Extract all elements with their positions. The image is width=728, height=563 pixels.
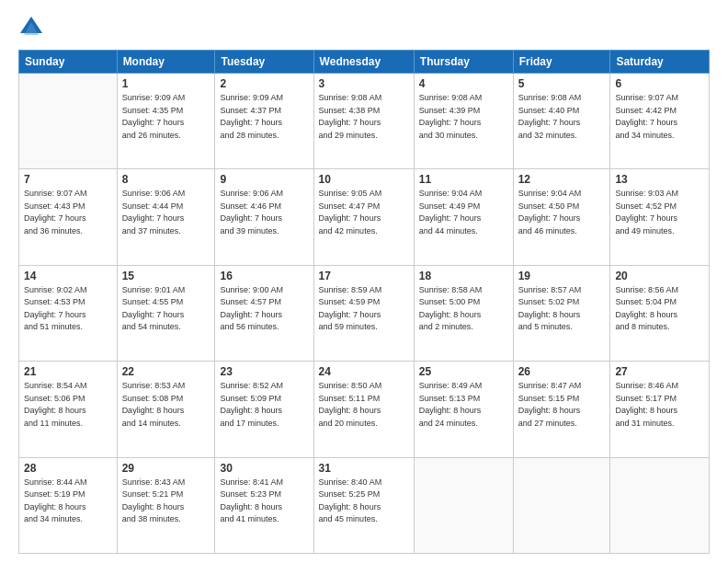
day-number: 13 [615,173,704,186]
day-number: 3 [319,77,409,90]
day-info: Sunrise: 8:56 AM Sunset: 5:04 PM Dayligh… [615,284,704,334]
day-number: 19 [518,270,606,282]
calendar-cell [414,457,513,553]
day-number: 15 [122,270,210,282]
calendar-cell: 5Sunrise: 9:08 AM Sunset: 4:40 PM Daylig… [513,74,610,169]
day-info: Sunrise: 8:52 AM Sunset: 5:09 PM Dayligh… [220,380,308,430]
calendar-cell: 27Sunrise: 8:46 AM Sunset: 5:17 PM Dayli… [610,362,710,457]
day-info: Sunrise: 9:03 AM Sunset: 4:52 PM Dayligh… [615,188,704,237]
day-number: 8 [122,173,210,186]
day-info: Sunrise: 8:49 AM Sunset: 5:13 PM Dayligh… [419,380,508,430]
day-number: 1 [122,77,210,90]
day-info: Sunrise: 8:57 AM Sunset: 5:02 PM Dayligh… [518,284,606,334]
day-number: 20 [615,270,704,282]
day-number: 24 [319,365,409,378]
calendar-cell: 22Sunrise: 8:53 AM Sunset: 5:08 PM Dayli… [117,362,215,457]
calendar-header-row: SundayMondayTuesdayWednesdayThursdayFrid… [19,51,710,74]
day-number: 16 [220,270,308,282]
calendar-cell: 15Sunrise: 9:01 AM Sunset: 4:55 PM Dayli… [117,265,215,361]
day-info: Sunrise: 9:02 AM Sunset: 4:53 PM Dayligh… [24,284,112,334]
day-header-thursday: Thursday [414,51,513,74]
calendar-cell: 11Sunrise: 9:04 AM Sunset: 4:49 PM Dayli… [414,169,513,265]
day-info: Sunrise: 8:54 AM Sunset: 5:06 PM Dayligh… [24,380,112,430]
day-info: Sunrise: 8:59 AM Sunset: 4:59 PM Dayligh… [319,284,409,334]
day-number: 9 [220,173,308,186]
day-number: 28 [24,462,112,475]
calendar-week-1: 7Sunrise: 9:07 AM Sunset: 4:43 PM Daylig… [19,169,710,265]
calendar-cell: 9Sunrise: 9:06 AM Sunset: 4:46 PM Daylig… [215,169,313,265]
calendar-cell: 14Sunrise: 9:02 AM Sunset: 4:53 PM Dayli… [19,265,118,361]
day-number: 23 [220,365,308,378]
calendar-week-3: 21Sunrise: 8:54 AM Sunset: 5:06 PM Dayli… [19,362,710,457]
day-number: 27 [615,365,704,378]
calendar-cell: 20Sunrise: 8:56 AM Sunset: 5:04 PM Dayli… [610,265,710,361]
page: SundayMondayTuesdayWednesdayThursdayFrid… [0,0,728,563]
calendar-cell: 18Sunrise: 8:58 AM Sunset: 5:00 PM Dayli… [414,265,513,361]
day-number: 14 [24,270,112,282]
calendar-cell: 2Sunrise: 9:09 AM Sunset: 4:37 PM Daylig… [215,74,313,169]
day-info: Sunrise: 9:04 AM Sunset: 4:49 PM Dayligh… [419,188,508,237]
calendar-week-4: 28Sunrise: 8:44 AM Sunset: 5:19 PM Dayli… [19,457,710,553]
day-number: 30 [220,462,308,475]
day-info: Sunrise: 8:47 AM Sunset: 5:15 PM Dayligh… [518,380,606,430]
calendar-cell: 28Sunrise: 8:44 AM Sunset: 5:19 PM Dayli… [19,457,118,553]
calendar-cell: 21Sunrise: 8:54 AM Sunset: 5:06 PM Dayli… [19,362,118,457]
day-number: 29 [122,462,210,475]
calendar-cell: 16Sunrise: 9:00 AM Sunset: 4:57 PM Dayli… [215,265,313,361]
day-info: Sunrise: 9:07 AM Sunset: 4:42 PM Dayligh… [615,92,704,142]
day-number: 4 [419,77,508,90]
day-info: Sunrise: 9:06 AM Sunset: 4:44 PM Dayligh… [122,188,210,237]
day-info: Sunrise: 8:50 AM Sunset: 5:11 PM Dayligh… [319,380,409,430]
header [18,15,710,40]
calendar-week-2: 14Sunrise: 9:02 AM Sunset: 4:53 PM Dayli… [19,265,710,361]
day-info: Sunrise: 9:08 AM Sunset: 4:39 PM Dayligh… [419,92,508,142]
calendar-cell: 6Sunrise: 9:07 AM Sunset: 4:42 PM Daylig… [610,74,710,169]
calendar-cell: 4Sunrise: 9:08 AM Sunset: 4:39 PM Daylig… [414,74,513,169]
day-header-sunday: Sunday [19,51,118,74]
day-info: Sunrise: 9:04 AM Sunset: 4:50 PM Dayligh… [518,188,606,237]
day-info: Sunrise: 9:08 AM Sunset: 4:40 PM Dayligh… [518,92,606,142]
calendar-cell [513,457,610,553]
day-number: 17 [319,270,409,282]
logo-icon [18,15,44,40]
day-header-tuesday: Tuesday [215,51,313,74]
day-info: Sunrise: 8:58 AM Sunset: 5:00 PM Dayligh… [419,284,508,334]
calendar-cell: 12Sunrise: 9:04 AM Sunset: 4:50 PM Dayli… [513,169,610,265]
day-info: Sunrise: 9:01 AM Sunset: 4:55 PM Dayligh… [122,284,210,334]
day-number: 21 [24,365,112,378]
logo [18,15,48,40]
day-header-wednesday: Wednesday [313,51,414,74]
day-number: 10 [319,173,409,186]
day-info: Sunrise: 8:40 AM Sunset: 5:25 PM Dayligh… [319,477,409,526]
day-number: 26 [518,365,606,378]
day-number: 18 [419,270,508,282]
day-info: Sunrise: 8:44 AM Sunset: 5:19 PM Dayligh… [24,477,112,526]
day-number: 12 [518,173,606,186]
day-number: 6 [615,77,704,90]
day-number: 25 [419,365,508,378]
day-header-monday: Monday [117,51,215,74]
calendar-cell: 24Sunrise: 8:50 AM Sunset: 5:11 PM Dayli… [313,362,414,457]
calendar-table: SundayMondayTuesdayWednesdayThursdayFrid… [18,50,710,554]
day-info: Sunrise: 9:00 AM Sunset: 4:57 PM Dayligh… [220,284,308,334]
day-number: 7 [24,173,112,186]
calendar-cell: 8Sunrise: 9:06 AM Sunset: 4:44 PM Daylig… [117,169,215,265]
calendar-cell: 3Sunrise: 9:08 AM Sunset: 4:38 PM Daylig… [313,74,414,169]
day-info: Sunrise: 9:08 AM Sunset: 4:38 PM Dayligh… [319,92,409,142]
day-number: 2 [220,77,308,90]
day-info: Sunrise: 8:53 AM Sunset: 5:08 PM Dayligh… [122,380,210,430]
day-info: Sunrise: 8:43 AM Sunset: 5:21 PM Dayligh… [122,477,210,526]
day-number: 11 [419,173,508,186]
calendar-cell: 17Sunrise: 8:59 AM Sunset: 4:59 PM Dayli… [313,265,414,361]
day-info: Sunrise: 9:09 AM Sunset: 4:37 PM Dayligh… [220,92,308,142]
calendar-cell: 26Sunrise: 8:47 AM Sunset: 5:15 PM Dayli… [513,362,610,457]
calendar-cell: 29Sunrise: 8:43 AM Sunset: 5:21 PM Dayli… [117,457,215,553]
day-info: Sunrise: 9:05 AM Sunset: 4:47 PM Dayligh… [319,188,409,237]
calendar-cell: 23Sunrise: 8:52 AM Sunset: 5:09 PM Dayli… [215,362,313,457]
calendar-cell [19,74,118,169]
calendar-cell: 7Sunrise: 9:07 AM Sunset: 4:43 PM Daylig… [19,169,118,265]
day-number: 5 [518,77,606,90]
calendar-cell: 1Sunrise: 9:09 AM Sunset: 4:35 PM Daylig… [117,74,215,169]
calendar-cell: 10Sunrise: 9:05 AM Sunset: 4:47 PM Dayli… [313,169,414,265]
day-header-friday: Friday [513,51,610,74]
